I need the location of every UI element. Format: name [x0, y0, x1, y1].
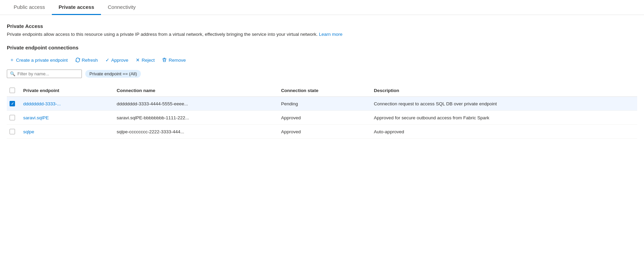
connection-name-cell: dddddddd-3333-4444-5555-eeee... — [113, 97, 277, 111]
table-row: saravi.sqlPEsaravi.sqlPE-bbbbbbbb-1111-2… — [7, 111, 637, 125]
table-row: sqlpesqlpe-cccccccc-2222-3333-444...Appr… — [7, 125, 637, 139]
x-icon: ✕ — [136, 57, 140, 63]
tab-private-access[interactable]: Private access — [52, 0, 101, 15]
connection-state-cell: Approved — [277, 111, 370, 125]
remove-button[interactable]: Remove — [159, 56, 188, 64]
col-description: Description — [370, 84, 637, 97]
svg-rect-1 — [164, 58, 165, 59]
description-cell: Approved for secure outbound access from… — [370, 111, 637, 125]
col-connection-name: Connection name — [113, 84, 277, 97]
checkmark-icon: ✓ — [105, 57, 109, 63]
connection-state-cell: Approved — [277, 125, 370, 139]
connection-state-cell: Pending — [277, 97, 370, 111]
learn-more-link[interactable]: Learn more — [319, 32, 342, 37]
connection-name-cell: sqlpe-cccccccc-2222-3333-444... — [113, 125, 277, 139]
row-checkbox-3[interactable] — [10, 129, 15, 134]
create-endpoint-button[interactable]: ＋ Create a private endpoint — [7, 55, 71, 65]
row-checkbox-2[interactable] — [10, 115, 15, 120]
select-all-checkbox[interactable] — [10, 88, 15, 93]
connection-name-cell: saravi.sqlPE-bbbbbbbb-1111-222... — [113, 111, 277, 125]
endpoints-title: Private endpoint connections — [7, 45, 637, 50]
refresh-icon — [75, 58, 80, 62]
plus-icon: ＋ — [10, 57, 14, 63]
private-endpoint-link-1[interactable]: dddddddd-3333-... — [23, 101, 61, 106]
col-checkbox — [7, 84, 19, 97]
table-wrap: Private endpoint Connection name Connect… — [7, 84, 637, 139]
col-connection-state: Connection state — [277, 84, 370, 97]
table-row: dddddddd-3333-...dddddddd-3333-4444-5555… — [7, 97, 637, 111]
description-cell: Connection request to access SQL DB over… — [370, 97, 637, 111]
table-header-row: Private endpoint Connection name Connect… — [7, 84, 637, 97]
endpoints-table: Private endpoint Connection name Connect… — [7, 84, 637, 139]
tab-connectivity[interactable]: Connectivity — [101, 0, 143, 15]
filter-input[interactable] — [17, 71, 79, 76]
tab-bar: Public access Private access Connectivit… — [0, 0, 644, 15]
main-content: Private Access Private endpoints allow a… — [0, 15, 644, 147]
search-icon: 🔍 — [10, 71, 15, 76]
tab-public-access[interactable]: Public access — [7, 0, 52, 15]
private-endpoint-link-3[interactable]: sqlpe — [23, 129, 34, 134]
filter-chip[interactable]: Private endpoint == (All) — [85, 70, 141, 78]
section-title: Private Access — [7, 23, 637, 29]
filter-row: 🔍 Private endpoint == (All) — [7, 70, 637, 78]
filter-input-wrap: 🔍 — [7, 70, 82, 78]
approve-button[interactable]: ✓ Approve — [103, 56, 131, 64]
toolbar: ＋ Create a private endpoint Refresh ✓ Ap… — [7, 55, 637, 65]
trash-icon — [162, 58, 167, 62]
section-description: Private endpoints allow access to this r… — [7, 31, 637, 38]
description-cell: Auto-approved — [370, 125, 637, 139]
reject-button[interactable]: ✕ Reject — [133, 56, 157, 64]
col-private-endpoint: Private endpoint — [19, 84, 113, 97]
row-checkbox-1[interactable] — [10, 101, 15, 106]
private-endpoint-link-2[interactable]: saravi.sqlPE — [23, 115, 49, 120]
refresh-button[interactable]: Refresh — [73, 56, 101, 64]
